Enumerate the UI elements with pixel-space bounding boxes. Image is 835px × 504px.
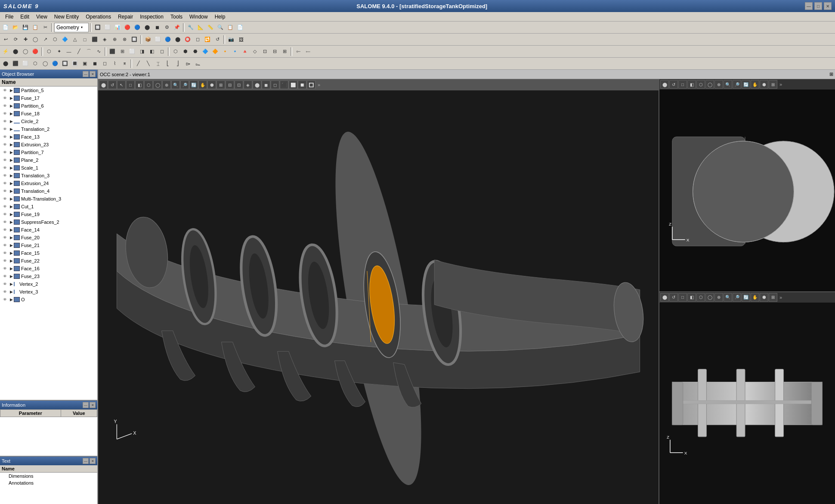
tree-expand-arrow[interactable]: ▶	[9, 142, 14, 147]
eye-icon[interactable]: 👁	[2, 219, 8, 225]
tb91[interactable]: ⎣	[163, 59, 173, 68]
svp-btn-1[interactable]: ⬤	[660, 80, 669, 89]
eye-icon[interactable]: 👁	[2, 173, 8, 179]
tree-expand-arrow[interactable]: ▶	[9, 274, 14, 279]
tb79[interactable]: ◯	[40, 59, 50, 68]
tree-item[interactable]: 👁▶Face_13	[0, 133, 97, 141]
tb23[interactable]: ✚	[21, 35, 30, 44]
tree-item[interactable]: 👁▶Fuse_19	[0, 210, 97, 218]
svp-btn-rot[interactable]: 🔄	[742, 80, 750, 89]
menu-help[interactable]: Help	[211, 13, 229, 21]
tb85[interactable]: ◻	[100, 59, 109, 68]
vp-btn-16[interactable]: ⬜	[289, 80, 297, 89]
tb50[interactable]: ✦	[54, 47, 64, 56]
cross-section-viewport[interactable]: ⬤ ↺ □ ◧ ⬡ ◯ ⊕ 🔍 🔎 🔄 ✋ ⬢ ⊞ »	[659, 292, 835, 504]
eye-icon[interactable]: 👁	[2, 142, 8, 148]
tb73[interactable]: ⟜	[294, 47, 303, 56]
tree-item[interactable]: 👁▶Face_14	[0, 226, 97, 234]
eye-icon[interactable]: 👁	[2, 87, 8, 93]
menu-view[interactable]: View	[33, 13, 51, 21]
tb84[interactable]: ◼	[90, 59, 99, 68]
vp-btn-zoom-out[interactable]: 🔎	[180, 80, 189, 89]
svp-btn-3[interactable]: □	[678, 80, 687, 89]
tb83[interactable]: ▣	[80, 59, 90, 68]
tree-expand-arrow[interactable]: ▶	[9, 127, 14, 132]
vp-btn-zoom-in[interactable]: 🔍	[171, 80, 180, 89]
tree-item[interactable]: 👁▶Fuse_18	[0, 110, 97, 117]
tb69[interactable]: ◇	[250, 47, 260, 56]
tree-expand-arrow[interactable]: ▶	[9, 196, 14, 201]
eye-icon[interactable]: 👁	[2, 297, 8, 303]
tree-expand-arrow[interactable]: ▶	[9, 235, 14, 240]
eye-icon[interactable]: 👁	[2, 242, 8, 248]
tb52[interactable]: ╱	[74, 47, 84, 56]
tb57[interactable]: ⬜	[127, 47, 137, 56]
menu-operations[interactable]: Operations	[82, 13, 114, 21]
eye-icon[interactable]: 👁	[2, 134, 8, 140]
bvp-btn-zoom[interactable]: ⊕	[714, 293, 723, 302]
tb27[interactable]: 🔷	[60, 35, 70, 44]
text-close-btn[interactable]: ✕	[90, 458, 96, 464]
tb31[interactable]: ◈	[100, 35, 109, 44]
tb21[interactable]: ↩	[1, 35, 10, 44]
menu-edit[interactable]: Edit	[17, 13, 33, 21]
tb86[interactable]: ⌇	[110, 59, 119, 68]
tree-expand-arrow[interactable]: ▶	[9, 119, 14, 124]
bvp-btn-pan[interactable]: ✋	[751, 293, 759, 302]
vp-btn-2[interactable]: ↺	[108, 80, 117, 89]
tb17[interactable]: 📏	[206, 23, 215, 32]
tree-item[interactable]: 👁▶Extrusion_23	[0, 141, 97, 148]
vp-btn-9[interactable]: ⊟	[226, 80, 234, 89]
minimize-button[interactable]: —	[805, 2, 813, 10]
svp-btn-2[interactable]: ↺	[669, 80, 678, 89]
tb81[interactable]: 🔲	[60, 59, 70, 68]
tree-item[interactable]: 👁▶Partition_6	[0, 102, 97, 110]
tb8[interactable]: 📊	[113, 23, 122, 32]
tb59[interactable]: ◧	[147, 47, 157, 56]
menu-repair[interactable]: Repair	[114, 13, 136, 21]
tree-expand-arrow[interactable]: ▶	[9, 297, 14, 302]
tb56[interactable]: ⊞	[118, 47, 127, 56]
bvp-btn-7[interactable]: ⬢	[760, 293, 768, 302]
eye-icon[interactable]: 👁	[2, 250, 8, 256]
tree-item[interactable]: 👁▶Translation_3	[0, 172, 97, 179]
tb25[interactable]: ↗	[40, 35, 50, 44]
tb24[interactable]: ◯	[31, 35, 40, 44]
vp-btn-7[interactable]: ⬢	[207, 80, 216, 89]
tb58[interactable]: ◨	[137, 47, 147, 56]
tb77[interactable]: ⬜	[21, 59, 30, 68]
tree-item[interactable]: 👁▶Partition_5	[0, 87, 97, 94]
tree-expand-arrow[interactable]: ▶	[9, 165, 14, 170]
bvp-btn-zo[interactable]: 🔎	[733, 293, 741, 302]
tb70[interactable]: ⊡	[260, 47, 269, 56]
menu-window[interactable]: Window	[186, 13, 211, 21]
tb29[interactable]: □	[80, 35, 90, 44]
tb14[interactable]: 📌	[172, 23, 182, 32]
tree-item[interactable]: 👁▶Fuse_20	[0, 234, 97, 241]
vp-btn-11[interactable]: ◈	[244, 80, 252, 89]
svp-btn-pan[interactable]: ✋	[751, 80, 759, 89]
eye-icon[interactable]: 👁	[2, 196, 8, 202]
tb82[interactable]: 🔳	[70, 59, 80, 68]
tb51[interactable]: —	[64, 47, 74, 56]
tree-item[interactable]: 👁▶Vertex_3	[0, 288, 97, 296]
bvp-btn-3[interactable]: □	[678, 293, 687, 302]
tb93[interactable]: ⌲	[183, 59, 192, 68]
tb47[interactable]: ◯	[21, 47, 30, 56]
tree-expand-arrow[interactable]: ▶	[9, 204, 14, 209]
tb9[interactable]: 🔴	[123, 23, 132, 32]
open-btn[interactable]: 📂	[11, 23, 20, 32]
bvp-btn-8[interactable]: ⊞	[769, 293, 777, 302]
tb64[interactable]: 🔷	[201, 47, 210, 56]
vp-btn-select[interactable]: ↖	[117, 80, 126, 89]
svp-btn-7[interactable]: ⬢	[760, 80, 768, 89]
bvp-btn-5[interactable]: ⬡	[696, 293, 705, 302]
eye-icon[interactable]: 👁	[2, 95, 8, 101]
tb74[interactable]: ⟝	[303, 47, 313, 56]
tb87[interactable]: ⌆	[120, 59, 129, 68]
tree-item[interactable]: 👁▶Cut_1	[0, 203, 97, 210]
tree-expand-arrow[interactable]: ▶	[9, 88, 14, 93]
tree-expand-arrow[interactable]: ▶	[9, 181, 14, 186]
sphere-viewport[interactable]: ⬤ ↺ □ ◧ ⬡ ◯ ⊕ 🔍 🔎 🔄 ✋ ⬢ ⊞ »	[659, 79, 835, 292]
tb39[interactable]: ⭕	[183, 35, 192, 44]
